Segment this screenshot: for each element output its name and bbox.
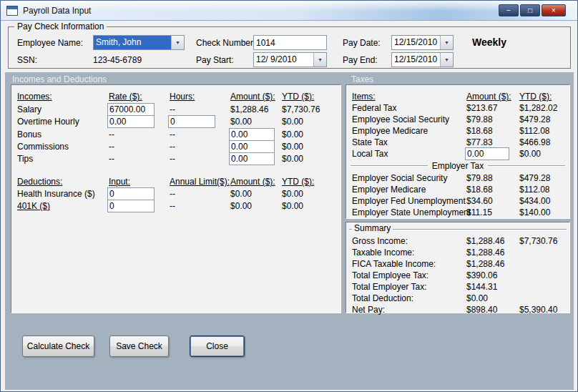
app-icon — [6, 6, 18, 16]
local-tax-label: Local Tax — [352, 149, 388, 159]
employer-medicare-label: Employer Medicare — [352, 185, 426, 195]
chevron-down-icon[interactable]: ▼ — [440, 53, 453, 67]
k401-label: 401K ($) — [17, 201, 50, 211]
employee-name-combobox[interactable]: Smith, John ▼ — [93, 35, 185, 50]
total-deduction-label: Total Deduction: — [352, 293, 413, 303]
employer-ss-label: Employer Social Security — [352, 173, 447, 183]
gross-income-label: Gross Income: — [352, 236, 408, 246]
net-pay-label: Net Pay: — [352, 305, 385, 315]
check-number-input[interactable] — [253, 35, 327, 50]
main-section: Incomes and Deductions Taxes Incomes: Ra… — [5, 72, 574, 390]
employer-tax-separator-label: Employer Tax — [432, 161, 484, 171]
tips-label: Tips — [17, 154, 33, 164]
employee-medicare-label: Employee Medicare — [352, 126, 428, 136]
annual-limit-header: Annual Limit($): — [170, 177, 230, 187]
salary-amount-cell: $1,288.46 — [230, 104, 268, 114]
total-employee-tax-amount-cell: $390.06 — [466, 270, 497, 280]
maximize-icon: □ — [528, 6, 532, 14]
overtime-rate-input[interactable] — [107, 115, 155, 128]
state-tax-ytd-cell: $466.98 — [519, 137, 550, 147]
health-insurance-input[interactable] — [107, 187, 155, 200]
employee-name-value: Smith, John — [94, 36, 171, 49]
commissions-amount-input[interactable] — [229, 140, 275, 153]
summary-group-label: Summary — [352, 223, 393, 233]
salary-hours-cell: -- — [170, 104, 175, 114]
payroll-window: Payroll Data Input − □ × Pay Check Infor… — [0, 0, 578, 392]
chevron-down-icon[interactable]: ▼ — [171, 36, 184, 49]
save-check-button[interactable]: Save Check — [109, 335, 169, 357]
paycheck-info-group-label: Pay Check Information — [14, 21, 107, 31]
employer-state-unemployment-amount-cell: $11.15 — [466, 207, 492, 217]
pay-frequency-label: Weekly — [472, 36, 506, 48]
incomes-deductions-section-title: Incomes and Deductions — [12, 74, 107, 84]
close-window-button[interactable]: × — [542, 4, 566, 16]
k401-limit-cell: -- — [170, 201, 175, 211]
chevron-down-icon[interactable]: ▼ — [440, 36, 453, 49]
bonus-label: Bonus — [17, 129, 41, 139]
health-insurance-label: Health Insurance ($) — [17, 189, 95, 199]
overtime-label: Overtime Hourly — [17, 117, 79, 127]
pay-start-value: 12/ 9/2010 — [254, 53, 313, 67]
employer-fed-unemployment-label: Employer Fed Unemployment — [352, 196, 466, 206]
check-number-label: Check Number: — [196, 38, 255, 48]
minimize-button[interactable]: − — [499, 4, 519, 16]
employer-medicare-ytd-cell: $112.08 — [519, 185, 550, 195]
k401-input[interactable] — [107, 200, 155, 212]
deductions-ytd-header: YTD ($): — [282, 177, 314, 187]
salary-rate-input[interactable] — [107, 103, 155, 116]
taxes-amount-header: Amount ($): — [466, 92, 511, 102]
input-header: Input: — [109, 177, 130, 187]
rate-header: Rate ($): — [109, 92, 142, 102]
maximize-button[interactable]: □ — [520, 4, 540, 16]
ssn-value: 123-45-6789 — [93, 55, 142, 65]
bonus-amount-input[interactable] — [229, 128, 275, 141]
bonus-hours-cell: -- — [170, 129, 175, 139]
fica-taxable-income-label: FICA Taxable Income: — [352, 259, 436, 269]
total-employee-tax-label: Total Employee Tax: — [352, 270, 428, 280]
tips-hours-cell: -- — [170, 154, 175, 164]
items-header: Items: — [352, 92, 376, 102]
overtime-hours-input[interactable] — [168, 115, 215, 128]
close-button[interactable]: Close — [190, 335, 245, 357]
total-deduction-amount-cell: $0.00 — [466, 293, 488, 303]
taxes-section-title: Taxes — [351, 74, 373, 84]
taxable-income-label: Taxable Income: — [352, 248, 414, 258]
federal-tax-ytd-cell: $1,282.02 — [519, 103, 557, 113]
employee-ss-amount-cell: $79.88 — [466, 114, 493, 124]
deductions-amount-header: Amount ($): — [230, 177, 275, 187]
employee-name-label: Employee Name: — [17, 38, 83, 48]
commissions-label: Commissions — [17, 142, 69, 152]
chevron-down-icon[interactable]: ▼ — [313, 53, 326, 67]
calculate-check-button[interactable]: Calculate Check — [22, 335, 94, 357]
health-insurance-amount-cell: $0.00 — [230, 189, 252, 199]
titlebar[interactable]: Payroll Data Input − □ × — [1, 1, 577, 21]
tips-amount-input[interactable] — [229, 152, 275, 165]
fica-taxable-income-amount-cell: $1,288.46 — [466, 259, 504, 269]
pay-end-picker[interactable]: 12/15/2010 ▼ — [391, 52, 454, 67]
local-tax-input[interactable] — [465, 147, 509, 160]
employer-state-unemployment-ytd-cell: $140.00 — [519, 207, 550, 217]
health-insurance-ytd-cell: $0.00 — [282, 189, 303, 199]
pay-start-picker[interactable]: 12/ 9/2010 ▼ — [253, 52, 327, 67]
commissions-hours-cell: -- — [170, 142, 175, 152]
window-title: Payroll Data Input — [23, 6, 91, 16]
deductions-header: Deductions: — [17, 177, 62, 187]
total-employer-tax-amount-cell: $144.31 — [466, 282, 497, 292]
commissions-rate-cell: -- — [109, 142, 114, 152]
summary-panel: Summary Gross Income: $1,288.46 $7,730.7… — [346, 222, 570, 313]
employer-fed-unemployment-ytd-cell: $434.00 — [519, 196, 550, 206]
employee-medicare-amount-cell: $18.68 — [466, 126, 493, 136]
k401-ytd-cell: $0.00 — [282, 201, 303, 211]
incomes-deductions-panel: Incomes: Rate ($): Hours: Amount ($): YT… — [11, 84, 341, 313]
overtime-ytd-cell: $0.00 — [282, 117, 303, 127]
bonus-ytd-cell: $0.00 — [282, 129, 303, 139]
employer-fed-unemployment-amount-cell: $34.60 — [466, 196, 493, 206]
pay-date-picker[interactable]: 12/15/2010 ▼ — [391, 35, 454, 50]
taxes-panel: Items: Amount ($): YTD ($): Federal Tax … — [346, 84, 570, 219]
gross-income-ytd-cell: $7,730.76 — [519, 236, 557, 246]
k401-amount-cell: $0.00 — [230, 201, 252, 211]
separator-line — [351, 165, 428, 167]
ytd-header: YTD ($): — [282, 92, 314, 102]
employee-ss-ytd-cell: $479.28 — [519, 114, 550, 124]
health-insurance-limit-cell: -- — [170, 189, 175, 199]
